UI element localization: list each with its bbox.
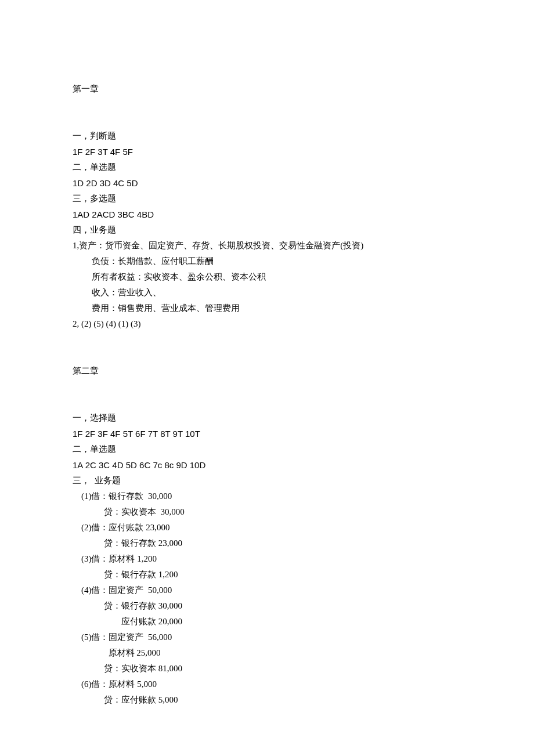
ch2-entry4-credit1: 贷：银行存款 30,000	[73, 598, 461, 614]
ch1-q1-line3: 所有者权益：实收资本、盈余公积、资本公积	[73, 269, 461, 285]
ch1-section3-answers: 1AD 2ACD 3BC 4BD	[73, 207, 461, 222]
blank-line	[73, 379, 461, 395]
ch2-entry5-debit2-text: 原材料 25,000	[109, 648, 161, 657]
blank-line	[73, 97, 461, 113]
ch1-section3-label: 三，多选题	[73, 191, 461, 207]
blank-line	[73, 332, 461, 348]
ch2-section1-answers: 1F 2F 3F 4F 5T 6F 7T 8T 9T 10T	[73, 426, 461, 442]
ch2-entry6-credit: 贷：应付账款 5,000	[73, 692, 461, 708]
blank-line	[73, 348, 461, 363]
ch2-entry4-credit2: 应付账款 20,000	[73, 614, 461, 630]
ch2-entry3-credit: 贷：银行存款 1,200	[73, 567, 461, 583]
ch2-entry3-debit: (3)借：原材料 1,200	[73, 551, 461, 567]
ch1-q1-line1: 1,资产：货币资金、固定资产、存货、长期股权投资、交易性金融资产(投资)	[73, 238, 461, 254]
ch2-section3-label: 三， 业务题	[73, 473, 461, 489]
ch1-section1-label: 一，判断题	[73, 128, 461, 144]
ch2-entry2-credit: 贷：银行存款 23,000	[73, 536, 461, 551]
ch2-entry2-debit: (2)借：应付账款 23,000	[73, 520, 461, 536]
ch2-entry5-credit: 贷：实收资本 81,000	[73, 661, 461, 677]
ch2-entry5-debit2: 原材料 25,000	[73, 645, 461, 661]
ch2-section1-label: 一，选择题	[73, 410, 461, 426]
blank-line	[73, 395, 461, 410]
ch1-q1-line5: 费用：销售费用、营业成本、管理费用	[73, 301, 461, 316]
ch2-entry6-debit: (6)借：原材料 5,000	[73, 677, 461, 692]
ch2-entry1-credit: 贷：实收资本 30,000	[73, 504, 461, 520]
ch1-q2: 2, (2) (5) (4) (1) (3)	[73, 316, 461, 332]
ch2-entry4-debit: (4)借：固定资产 50,000	[73, 583, 461, 598]
ch2-section2-label: 二，单选题	[73, 442, 461, 457]
blank-line	[73, 113, 461, 128]
ch1-q1-line2: 负债：长期借款、应付职工薪酬	[73, 254, 461, 269]
ch2-section2-answers: 1A 2C 3C 4D 5D 6C 7c 8c 9D 10D	[73, 457, 461, 473]
ch1-section2-label: 二，单选题	[73, 160, 461, 175]
ch2-entry1-debit: (1)借：银行存款 30,000	[73, 489, 461, 504]
ch1-section2-answers: 1D 2D 3D 4C 5D	[73, 175, 461, 191]
chapter2-title: 第二章	[73, 363, 461, 379]
ch2-entry5-debit1: (5)借：固定资产 56,000	[73, 630, 461, 645]
chapter1-title: 第一章	[73, 81, 461, 97]
ch1-section1-answers: 1F 2F 3T 4F 5F	[73, 144, 461, 160]
ch1-section4-label: 四，业务题	[73, 222, 461, 238]
document-page: 第一章 一，判断题 1F 2F 3T 4F 5F 二，单选题 1D 2D 3D …	[0, 0, 534, 756]
ch1-q1-line4: 收入：营业收入、	[73, 285, 461, 301]
